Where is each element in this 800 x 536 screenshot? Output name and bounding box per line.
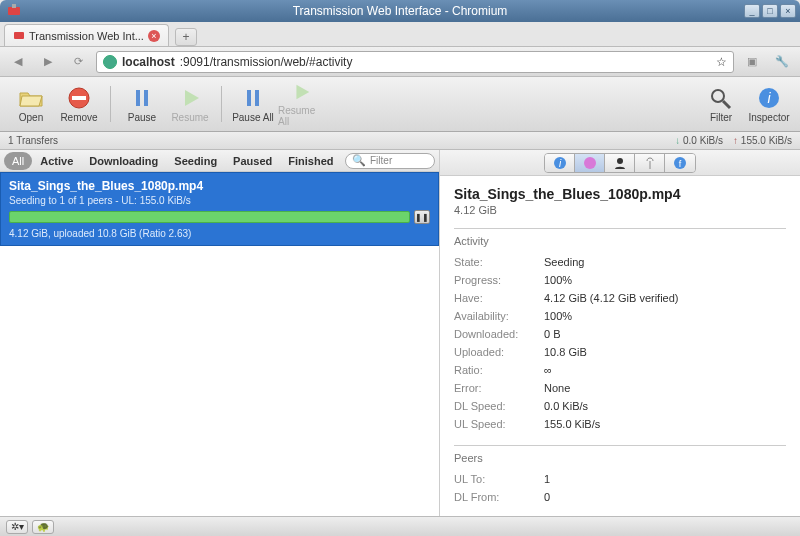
torrent-list-pane: All Active Downloading Seeding Paused Fi…: [0, 150, 440, 516]
remove-button[interactable]: Remove: [56, 81, 102, 127]
window-title: Transmission Web Interface - Chromium: [293, 4, 508, 18]
inspector-tab-files[interactable]: f: [665, 154, 695, 172]
transfers-count: 1 Transfers: [8, 135, 58, 146]
svg-rect-5: [136, 90, 140, 106]
torrent-row[interactable]: Sita_Sings_the_Blues_1080p.mp4 Seeding t…: [0, 172, 439, 246]
browser-tab[interactable]: Transmission Web Int... ×: [4, 24, 169, 46]
maximize-button[interactable]: □: [762, 4, 778, 18]
filter-finished[interactable]: Finished: [280, 152, 341, 170]
pause-all-icon: [240, 86, 266, 110]
uploaded-value: 10.8 GiB: [544, 346, 587, 358]
progress-value: 100%: [544, 274, 572, 286]
inspector-tab-peers[interactable]: [605, 154, 635, 172]
filter-downloading[interactable]: Downloading: [81, 152, 166, 170]
svg-point-9: [712, 90, 724, 102]
svg-rect-7: [247, 90, 251, 106]
bookmark-star-icon[interactable]: ☆: [716, 55, 727, 69]
downloaded-value: 0 B: [544, 328, 561, 340]
app-icon: [6, 3, 22, 19]
back-button[interactable]: ◀: [6, 51, 30, 73]
svg-rect-6: [144, 90, 148, 106]
compact-nav-icon[interactable]: ▣: [740, 51, 764, 73]
inspector-tab-trackers[interactable]: [635, 154, 665, 172]
torrent-pause-button[interactable]: ❚❚: [414, 210, 430, 224]
ul-speed-status: ↑ 155.0 KiB/s: [733, 135, 792, 146]
ratio-value: ∞: [544, 364, 552, 376]
filter-active[interactable]: Active: [32, 152, 81, 170]
torrent-status-line2: 4.12 GiB, uploaded 10.8 GiB (Ratio 2.63): [9, 228, 430, 239]
magnifier-icon: [708, 86, 734, 110]
address-bar: ◀ ▶ ⟳ localhost:9091/transmission/web/#a…: [0, 47, 800, 77]
dl-speed-status: ↓ 0.0 KiB/s: [675, 135, 723, 146]
tab-close-icon[interactable]: ×: [148, 30, 160, 42]
folder-open-icon: [18, 86, 44, 110]
ul-to-value: 1: [544, 473, 550, 485]
svg-rect-8: [255, 90, 259, 106]
search-icon: 🔍: [352, 154, 366, 167]
dlspeed-value: 0.0 KiB/s: [544, 400, 588, 412]
have-value: 4.12 GiB (4.12 GiB verified): [544, 292, 679, 304]
main-area: All Active Downloading Seeding Paused Fi…: [0, 150, 800, 516]
url-input[interactable]: localhost:9091/transmission/web/#activit…: [96, 51, 734, 73]
close-button[interactable]: ×: [780, 4, 796, 18]
inspector-button[interactable]: i Inspector: [746, 81, 792, 127]
filter-seeding[interactable]: Seeding: [166, 152, 225, 170]
wrench-icon[interactable]: 🔧: [770, 51, 794, 73]
tab-favicon: [13, 29, 25, 43]
url-rest: :9091/transmission/web/#activity: [180, 55, 353, 69]
inspector-title: Sita_Sings_the_Blues_1080p.mp4: [454, 186, 786, 202]
status-bar: 1 Transfers ↓ 0.0 KiB/s ↑ 155.0 KiB/s: [0, 132, 800, 150]
resume-icon: [177, 86, 203, 110]
torrent-progress-bar: [9, 211, 410, 223]
remove-icon: [66, 86, 92, 110]
new-tab-button[interactable]: +: [175, 28, 197, 46]
forward-button[interactable]: ▶: [36, 51, 60, 73]
open-button[interactable]: Open: [8, 81, 54, 127]
svg-rect-1: [12, 4, 16, 8]
filter-button[interactable]: Filter: [698, 81, 744, 127]
url-host: localhost: [122, 55, 175, 69]
browser-tab-strip: Transmission Web Int... × +: [0, 22, 800, 47]
bottom-bar: ✲▾ 🐢: [0, 516, 800, 536]
svg-point-16: [617, 158, 623, 164]
inspector-size: 4.12 GiB: [454, 204, 786, 216]
svg-rect-4: [72, 96, 86, 100]
error-value: None: [544, 382, 570, 394]
info-icon: i: [756, 86, 782, 110]
svg-rect-0: [8, 7, 20, 15]
filter-all[interactable]: All: [4, 152, 32, 170]
section-activity: Activity: [454, 235, 786, 247]
pause-icon: [129, 86, 155, 110]
inspector-tab-activity[interactable]: [575, 154, 605, 172]
pause-all-button[interactable]: Pause All: [230, 81, 276, 127]
resume-all-icon: [288, 81, 314, 103]
resume-button[interactable]: Resume: [167, 81, 213, 127]
inspector-tabbar: i f: [440, 150, 800, 176]
torrent-status-line1: Seeding to 1 of 1 peers - UL: 155.0 KiB/…: [9, 195, 430, 206]
resume-all-button[interactable]: Resume All: [278, 81, 324, 127]
reload-button[interactable]: ⟳: [66, 51, 90, 73]
section-peers: Peers: [454, 452, 786, 464]
availability-value: 100%: [544, 310, 572, 322]
svg-point-15: [584, 157, 596, 169]
filter-search-input[interactable]: 🔍 Filter: [345, 153, 435, 169]
ulspeed-value: 155.0 KiB/s: [544, 418, 600, 430]
tab-label: Transmission Web Int...: [29, 30, 144, 42]
torrent-name: Sita_Sings_the_Blues_1080p.mp4: [9, 179, 430, 193]
svg-rect-2: [14, 32, 24, 39]
settings-menu-button[interactable]: ✲▾: [6, 520, 28, 534]
turtle-mode-button[interactable]: 🐢: [32, 520, 54, 534]
filter-tabs: All Active Downloading Seeding Paused Fi…: [0, 150, 439, 172]
inspector-pane: i f Sita_Sings_the_Blues_1080p.mp4 4.12 …: [440, 150, 800, 516]
inspector-tab-info[interactable]: i: [545, 154, 575, 172]
filter-paused[interactable]: Paused: [225, 152, 280, 170]
dl-from-value: 0: [544, 491, 550, 503]
minimize-button[interactable]: _: [744, 4, 760, 18]
toolbar: Open Remove Pause Resume Pause All Resum…: [0, 77, 800, 132]
window-titlebar: Transmission Web Interface - Chromium _ …: [0, 0, 800, 22]
state-value: Seeding: [544, 256, 584, 268]
svg-line-10: [723, 101, 730, 108]
pause-button[interactable]: Pause: [119, 81, 165, 127]
globe-icon: [103, 55, 117, 69]
